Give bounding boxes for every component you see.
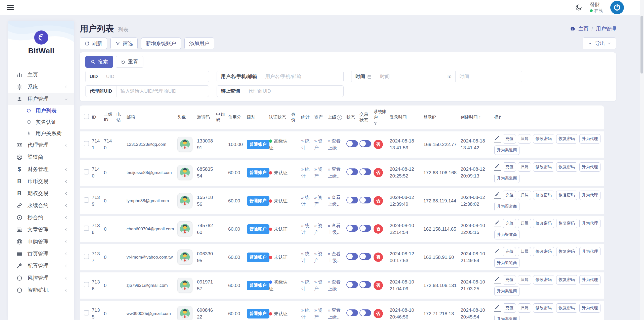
assets-link[interactable]: » 资产	[314, 279, 323, 291]
user-avatar[interactable]	[177, 137, 192, 152]
sidebar-item-主页[interactable]: 主页	[8, 69, 74, 81]
status-toggle[interactable]	[346, 168, 358, 175]
assign-button[interactable]: 归属	[518, 303, 531, 313]
sidebar-item-风控管理[interactable]: 风控管理	[8, 272, 74, 284]
trade-status-toggle[interactable]	[359, 168, 371, 175]
refresh-button[interactable]: 刷新	[80, 38, 107, 49]
recover-password-button[interactable]: 恢复密码	[556, 275, 577, 285]
edit-icon[interactable]	[494, 304, 501, 312]
promote-to-channel-button[interactable]: 升为渠道商	[494, 315, 519, 320]
user-avatar[interactable]	[177, 165, 192, 180]
user-avatar[interactable]	[177, 193, 192, 208]
status-toggle[interactable]	[346, 253, 358, 260]
export-button[interactable]: 导出	[583, 38, 616, 49]
time-from-input[interactable]	[376, 71, 443, 82]
assign-button[interactable]: 归属	[518, 162, 531, 172]
row-checkbox[interactable]	[84, 226, 89, 231]
filter-button[interactable]: 筛选	[110, 38, 138, 49]
recover-password-button[interactable]: 恢复密码	[556, 303, 577, 313]
row-checkbox[interactable]	[84, 141, 89, 146]
change-password-button[interactable]: 修改密码	[533, 247, 554, 256]
assets-link[interactable]: » 资产	[314, 195, 323, 207]
edit-icon[interactable]	[494, 135, 501, 143]
stats-link[interactable]: » 统计	[301, 308, 309, 319]
column-filter-icon[interactable]	[374, 121, 378, 126]
assets-link[interactable]: » 资产	[314, 167, 323, 179]
add-user-button[interactable]: 添加用户	[184, 38, 214, 49]
promote-to-channel-button[interactable]: 升为渠道商	[494, 230, 519, 239]
assign-button[interactable]: 归属	[518, 191, 531, 200]
row-checkbox[interactable]	[84, 310, 89, 315]
recover-password-button[interactable]: 恢复密码	[556, 219, 577, 228]
chain-query-input[interactable]	[244, 86, 343, 97]
assign-button[interactable]: 归属	[518, 134, 531, 144]
recharge-button[interactable]: 充值	[503, 191, 516, 200]
sidebar-item-币币交易[interactable]: B币币交易	[8, 175, 74, 187]
promote-to-agent-button[interactable]: 升为代理	[579, 219, 600, 228]
edit-icon[interactable]	[494, 248, 501, 255]
status-toggle[interactable]	[346, 225, 358, 232]
assets-link[interactable]: » 资产	[314, 138, 323, 150]
breadcrumb-current[interactable]: 用户管理	[596, 25, 616, 32]
row-checkbox[interactable]	[84, 169, 89, 174]
promote-to-agent-button[interactable]: 升为代理	[579, 134, 600, 144]
status-toggle[interactable]	[346, 140, 358, 147]
user-avatar[interactable]	[177, 306, 192, 320]
assets-link[interactable]: » 资产	[314, 251, 323, 263]
stats-link[interactable]: » 统计	[301, 138, 309, 150]
scrollbar-thumb[interactable]	[640, 16, 643, 74]
user-avatar[interactable]	[177, 221, 192, 236]
view-parent-link[interactable]: » 查看上级...	[328, 251, 341, 263]
vertical-scrollbar[interactable]	[640, 0, 644, 320]
promote-to-channel-button[interactable]: 升为渠道商	[494, 287, 519, 296]
change-password-button[interactable]: 修改密码	[533, 191, 554, 200]
time-to-input[interactable]	[456, 71, 522, 82]
promote-to-agent-button[interactable]: 升为代理	[579, 247, 600, 256]
status-toggle[interactable]	[346, 197, 358, 203]
hamburger-menu-icon[interactable]	[7, 4, 14, 11]
stats-link[interactable]: » 统计	[301, 223, 309, 235]
trade-status-toggle[interactable]	[359, 225, 371, 232]
sort-ascending-icon[interactable]: ↑	[479, 115, 481, 120]
sidebar-item-秒合约[interactable]: 秒合约	[8, 211, 74, 224]
sidebar-item-智能矿机[interactable]: 智能矿机	[8, 284, 74, 296]
recharge-button[interactable]: 充值	[503, 219, 516, 228]
stats-link[interactable]: » 统计	[301, 167, 309, 179]
uid-input[interactable]	[102, 71, 209, 82]
assets-link[interactable]: » 资产	[314, 308, 323, 319]
trade-status-toggle[interactable]	[359, 309, 371, 316]
user-avatar[interactable]	[177, 250, 192, 265]
sidebar-item-首页管理[interactable]: 首页管理	[8, 248, 74, 260]
trade-status-toggle[interactable]	[359, 281, 371, 288]
change-password-button[interactable]: 修改密码	[533, 275, 554, 285]
recharge-button[interactable]: 充值	[503, 303, 516, 313]
trade-status-toggle[interactable]	[359, 197, 371, 203]
assets-link[interactable]: » 资产	[314, 223, 323, 235]
add-system-account-button[interactable]: 新增系统账户	[141, 38, 181, 49]
view-parent-link[interactable]: » 查看上级...	[328, 138, 341, 150]
trade-status-toggle[interactable]	[359, 140, 371, 147]
assign-button[interactable]: 归属	[518, 275, 531, 285]
edit-icon[interactable]	[494, 220, 501, 227]
change-password-button[interactable]: 修改密码	[533, 219, 554, 228]
promote-to-channel-button[interactable]: 升为渠道商	[494, 174, 519, 183]
recharge-button[interactable]: 充值	[503, 162, 516, 172]
row-checkbox[interactable]	[84, 282, 89, 287]
view-parent-link[interactable]: » 查看上级...	[328, 195, 341, 207]
change-password-button[interactable]: 修改密码	[533, 303, 554, 313]
sidebar-item-用户列表[interactable]: 用户列表	[8, 105, 74, 116]
promote-to-channel-button[interactable]: 升为渠道商	[494, 258, 519, 268]
sidebar-item-用户关系树[interactable]: 用户关系树	[8, 128, 74, 139]
avatar[interactable]	[610, 1, 624, 14]
change-password-button[interactable]: 修改密码	[533, 134, 554, 144]
reset-button[interactable]: 重置	[116, 56, 143, 68]
stats-link[interactable]: » 统计	[301, 195, 309, 207]
sidebar-item-系统[interactable]: 系统	[8, 81, 74, 93]
change-password-button[interactable]: 修改密码	[533, 162, 554, 172]
search-button[interactable]: 搜索	[85, 56, 113, 68]
recharge-button[interactable]: 充值	[503, 247, 516, 256]
dark-mode-moon-icon[interactable]	[575, 4, 582, 11]
view-parent-link[interactable]: » 查看上级...	[328, 223, 341, 235]
help-icon[interactable]: ?	[337, 115, 342, 120]
username-phone-email-input[interactable]	[261, 71, 343, 82]
